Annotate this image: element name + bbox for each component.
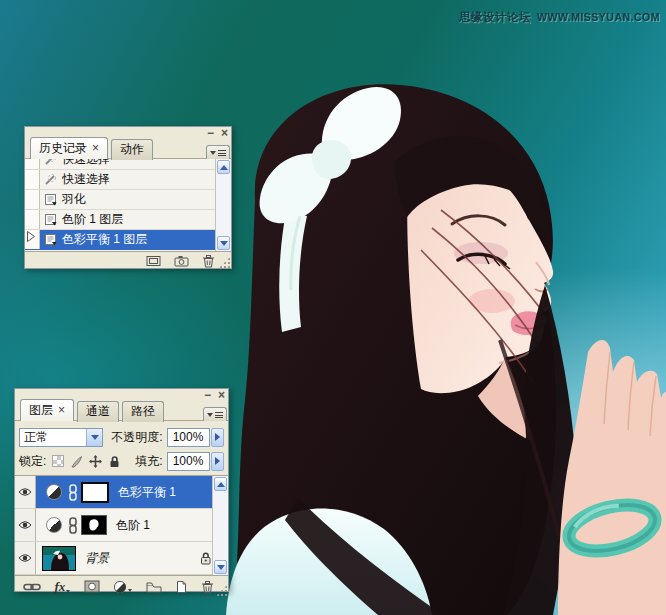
history-brush-source-checkbox[interactable]: [25, 230, 40, 249]
panel-menu-arrow-icon: [210, 151, 216, 155]
quick-select-icon: [40, 159, 60, 167]
chevron-down-icon: [217, 565, 225, 570]
minimize-button[interactable]: −: [207, 127, 214, 139]
photoshop-canvas: 思缘设计论坛WWW.MISSYUAN.COM − × 历史记录× 动作: [0, 0, 666, 615]
fill-label: 填充:: [135, 453, 162, 470]
new-adjustment-layer-button[interactable]: [113, 580, 132, 594]
panel-menu-lines-icon: [215, 412, 223, 418]
mask-link-chain-icon[interactable]: [68, 517, 78, 534]
tab-channels[interactable]: 通道: [77, 401, 119, 422]
layer-name[interactable]: 背景: [85, 550, 109, 567]
opacity-slider-button[interactable]: [211, 428, 224, 447]
layers-controls: 正常 不透明度: 100% 锁定:: [15, 421, 228, 475]
tab-paths[interactable]: 路径: [122, 401, 164, 422]
minimize-button[interactable]: −: [204, 389, 211, 401]
scroll-up-button[interactable]: [214, 477, 227, 491]
visibility-eye-toggle[interactable]: [15, 542, 36, 574]
layer-mask-thumbnail-white[interactable]: [81, 482, 109, 503]
new-snapshot-camera-button[interactable]: [174, 255, 189, 267]
action-doc-icon: [40, 213, 60, 226]
tab-close-icon[interactable]: ×: [92, 141, 99, 155]
close-button[interactable]: ×: [221, 127, 228, 139]
blend-mode-select[interactable]: 正常: [19, 428, 103, 447]
delete-layer-trash-button[interactable]: [201, 580, 214, 594]
dropdown-arrow-icon: [66, 590, 70, 593]
chevron-down-icon: [91, 435, 99, 440]
history-state-row[interactable]: 羽化: [25, 190, 231, 210]
arrow-right-icon: [215, 457, 220, 465]
adjustment-layer-icon[interactable]: [46, 517, 62, 533]
history-state-row[interactable]: 快速选择: [25, 170, 231, 190]
history-states-list: 快速选择 快速选择 羽化: [25, 159, 231, 252]
layers-panel-toolbar: fx: [15, 576, 228, 597]
add-layer-mask-button[interactable]: [84, 580, 100, 593]
layer-row-levels[interactable]: 色阶 1: [15, 509, 228, 542]
history-state-label: 快速选择: [60, 171, 110, 188]
delete-trash-button[interactable]: [202, 254, 215, 268]
scroll-down-button[interactable]: [217, 236, 230, 250]
fill-input[interactable]: 100%: [167, 452, 210, 471]
history-state-label: 快速选择: [60, 159, 110, 168]
new-document-from-state-button[interactable]: [146, 255, 161, 267]
layer-row-color-balance[interactable]: 色彩平衡 1: [15, 476, 228, 509]
adjustment-layer-icon[interactable]: [46, 484, 62, 500]
chevron-up-icon: [220, 165, 228, 170]
history-scrollbar[interactable]: [215, 159, 231, 251]
layer-style-fx-button[interactable]: fx: [55, 579, 71, 595]
layers-panel: − × 图层× 通道 路径 正常: [14, 388, 229, 592]
scroll-down-button[interactable]: [214, 560, 227, 574]
eye-icon: [18, 487, 32, 497]
action-doc-icon: [40, 233, 60, 246]
history-state-label: 羽化: [60, 191, 86, 208]
history-state-row-selected[interactable]: 色彩平衡 1 图层: [25, 230, 231, 250]
opacity-input[interactable]: 100%: [167, 428, 210, 447]
hand: [558, 340, 666, 615]
fill-slider-button[interactable]: [211, 452, 224, 471]
history-brush-source-checkbox[interactable]: [25, 210, 40, 229]
action-doc-icon: [40, 193, 60, 206]
history-state-row[interactable]: 快速选择: [25, 159, 231, 170]
panel-menu-lines-icon: [218, 150, 226, 156]
layer-row-background[interactable]: 背景: [15, 542, 228, 575]
scroll-up-button[interactable]: [217, 160, 230, 174]
watermark-site-url: WWW.MISSYUAN.COM: [537, 11, 660, 23]
lock-label: 锁定:: [19, 453, 46, 470]
visibility-eye-toggle[interactable]: [15, 476, 36, 508]
chevron-up-icon: [217, 482, 225, 487]
link-layers-chain-button[interactable]: [23, 582, 41, 592]
history-brush-source-checkbox[interactable]: [25, 170, 40, 189]
layer-mask-thumbnail-black[interactable]: [81, 515, 107, 535]
tab-actions[interactable]: 动作: [111, 139, 153, 160]
tab-layers[interactable]: 图层×: [20, 399, 74, 421]
history-brush-source-checkbox[interactable]: [25, 159, 40, 169]
new-layer-button[interactable]: [175, 580, 187, 594]
visibility-eye-toggle[interactable]: [15, 509, 36, 541]
new-group-folder-button[interactable]: [146, 581, 162, 593]
close-button[interactable]: ×: [218, 389, 225, 401]
panel-menu-button[interactable]: [206, 145, 230, 159]
history-state-row[interactable]: 色阶 1 图层: [25, 210, 231, 230]
blend-mode-dropdown-button[interactable]: [86, 429, 102, 446]
history-brush-source-checkbox[interactable]: [25, 190, 40, 209]
history-panel-toolbar: [25, 252, 231, 269]
panel-menu-button[interactable]: [203, 407, 227, 421]
lock-move-icon[interactable]: [89, 455, 102, 468]
panel-resize-grip[interactable]: [219, 257, 230, 268]
layers-scrollbar[interactable]: [212, 476, 228, 575]
layer-name[interactable]: 色彩平衡 1: [118, 484, 176, 501]
lock-paint-brush-icon[interactable]: [70, 455, 83, 468]
tab-history[interactable]: 历史记录×: [30, 137, 108, 159]
history-panel: − × 历史记录× 动作 快速选: [24, 126, 232, 269]
chevron-down-icon: [220, 241, 228, 246]
background-layer-thumbnail[interactable]: [42, 546, 76, 571]
lock-transparency-icon[interactable]: [52, 455, 64, 467]
quick-select-icon: [40, 173, 60, 187]
layer-name[interactable]: 色阶 1: [116, 517, 150, 534]
history-state-pointer-icon[interactable]: [26, 230, 36, 246]
lock-all-padlock-icon[interactable]: [108, 455, 121, 468]
opacity-label: 不透明度:: [111, 429, 162, 446]
tab-close-icon[interactable]: ×: [58, 403, 65, 417]
watermark: 思缘设计论坛WWW.MISSYUAN.COM: [459, 10, 660, 25]
mask-link-chain-icon[interactable]: [68, 484, 78, 501]
panel-resize-grip[interactable]: [216, 585, 227, 596]
